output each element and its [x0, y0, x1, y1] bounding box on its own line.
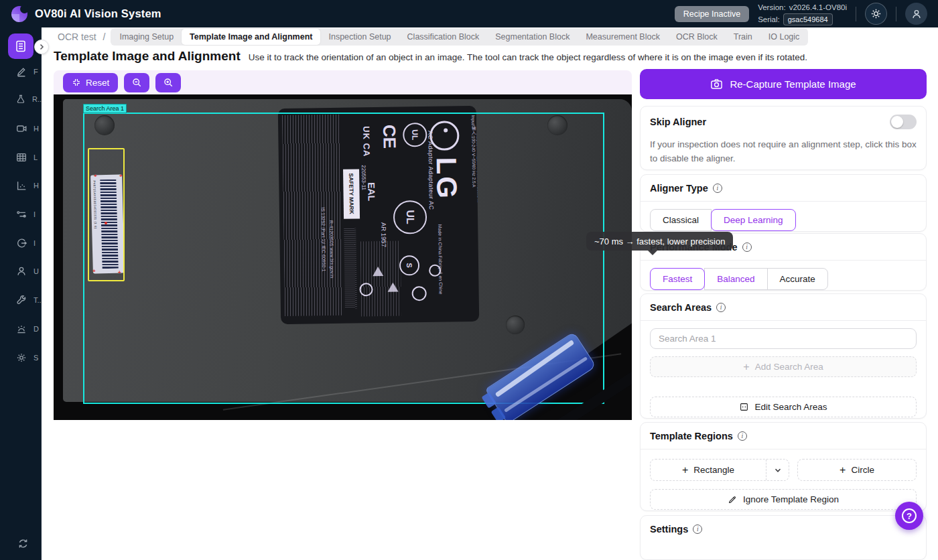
sidebar-item-active[interactable] — [8, 33, 34, 59]
search-area-tag: Search Area 1 — [83, 104, 127, 113]
tab-imaging-setup[interactable]: Imaging Setup — [111, 29, 182, 45]
ignore-template-region-button[interactable]: Ignore Template Region — [650, 489, 917, 510]
version-label: Version: — [758, 2, 786, 13]
sidebar-item-label: R.. — [32, 95, 42, 103]
sidebar-item-label: U — [34, 267, 39, 275]
aligner-classical-button[interactable]: Classical — [650, 209, 712, 231]
sidebar-item[interactable]: R.. — [0, 92, 42, 106]
sidebar-item[interactable]: I — [0, 236, 42, 250]
template-regions-card: Template Regions i + Rectangle + Circle — [640, 422, 927, 511]
chevron-right-icon — [38, 44, 45, 50]
sidebar-item[interactable]: H — [0, 122, 42, 135]
top-bar: OV80i AI Vision System Recipe Inactive V… — [0, 0, 938, 27]
sidebar-item[interactable]: S — [0, 351, 42, 364]
tab-strip: Imaging Setup Template Image and Alignme… — [111, 28, 808, 46]
gear-icon — [15, 352, 27, 364]
zoom-in-icon — [163, 77, 174, 88]
info-icon[interactable]: i — [713, 184, 722, 193]
serial-value: gsac549684 — [783, 13, 833, 26]
viewer-toolbar: Reset — [54, 70, 632, 94]
fit-view-icon — [72, 78, 81, 87]
skip-aligner-label: Skip Aligner — [650, 117, 706, 127]
sidebar-item[interactable]: F — [0, 65, 42, 78]
tab-io-logic[interactable]: IO Logic — [760, 29, 808, 45]
search-area-rectangle[interactable] — [83, 113, 604, 404]
aligner-deep-learning-button[interactable]: Deep Learning — [711, 209, 796, 231]
add-rectangle-region-group: + Rectangle — [650, 459, 789, 481]
sidebar-item[interactable]: H — [0, 179, 42, 192]
info-icon[interactable]: i — [738, 431, 747, 441]
zoom-out-button[interactable] — [124, 73, 149, 92]
question-icon: ? — [902, 508, 917, 523]
tab-inspection-setup[interactable]: Inspection Setup — [320, 29, 399, 45]
search-area-item[interactable]: Search Area 1 — [650, 328, 917, 349]
sidebar-item[interactable]: L — [0, 151, 42, 164]
grid-icon — [15, 151, 27, 163]
edit-search-areas-button[interactable]: Edit Search Areas — [650, 397, 917, 417]
performance-mode-segmented: Fastest Balanced Accurate — [650, 268, 917, 290]
performance-balanced-button[interactable]: Balanced — [704, 268, 767, 290]
add-circle-region-button[interactable]: + Circle — [797, 459, 917, 481]
sidebar-item[interactable]: U — [0, 265, 42, 278]
sidebar-item[interactable]: I — [0, 208, 42, 221]
divider — [641, 449, 926, 449]
plus-icon: + — [682, 464, 688, 476]
sidebar-nav: F R.. H L H I I U T.. — [0, 27, 42, 560]
divider — [856, 7, 856, 21]
sidebar-item-label: D — [34, 325, 39, 333]
tab-segmentation-block[interactable]: Segmentation Block — [487, 29, 578, 45]
tab-train[interactable]: Train — [726, 29, 760, 45]
circle-label: Circle — [851, 465, 874, 475]
template-regions-label: Template Regions — [650, 431, 733, 441]
edit-areas-icon — [739, 402, 749, 412]
aligner-type-card: Aligner Type i Classical Deep Learning — [640, 174, 927, 232]
skip-aligner-toggle[interactable] — [890, 115, 917, 129]
performance-fastest-button[interactable]: Fastest — [650, 268, 705, 290]
version-block: Version:v2026.4.1-OV80i Serial:gsac54968… — [758, 2, 847, 26]
ignore-template-region-label: Ignore Template Region — [743, 494, 839, 504]
app-title: OV80i AI Vision System — [35, 7, 161, 20]
skip-aligner-description: If your inspection does not require an a… — [650, 138, 917, 166]
toggle-knob — [891, 116, 903, 128]
serial-label: Serial: — [758, 14, 780, 25]
help-button[interactable]: ? — [895, 502, 923, 530]
theme-toggle-button[interactable] — [865, 3, 887, 25]
skip-aligner-card: Skip Aligner If your inspection does not… — [640, 106, 927, 170]
tab-ocr-block[interactable]: OCR Block — [668, 29, 726, 45]
sidebar-expand-button[interactable] — [34, 40, 49, 54]
zoom-out-icon — [131, 77, 142, 88]
user-menu-button[interactable] — [905, 3, 927, 25]
wrench-icon — [15, 294, 27, 306]
sidebar-item-label: H — [34, 125, 39, 133]
refresh-button[interactable] — [17, 537, 29, 550]
divider — [896, 7, 896, 21]
reset-view-button[interactable]: Reset — [63, 73, 118, 92]
list-icon — [14, 40, 27, 53]
tooltip-text: ~70 ms → fastest, lower precision — [594, 236, 725, 247]
rectangle-dropdown-button[interactable] — [766, 460, 789, 480]
sidebar-item[interactable]: T.. — [0, 293, 42, 307]
template-image-canvas[interactable]: LG AC Adaptor Adaptateur AC Input/输入:100… — [54, 94, 632, 420]
info-icon[interactable]: i — [693, 524, 702, 534]
zoom-in-button[interactable] — [155, 73, 181, 92]
info-icon[interactable]: i — [716, 303, 726, 312]
settings-card: Settings i — [640, 515, 927, 560]
recipe-status-badge[interactable]: Recipe Inactive — [675, 6, 749, 22]
add-search-area-button[interactable]: + Add Search Area — [650, 356, 917, 377]
sidebar-item[interactable]: D — [0, 322, 42, 336]
info-icon[interactable]: i — [742, 242, 752, 252]
edit-search-areas-label: Edit Search Areas — [754, 402, 827, 412]
camera-icon — [15, 123, 27, 135]
breadcrumb[interactable]: OCR test — [58, 31, 96, 42]
recapture-template-image-button[interactable]: Re-Capture Template Image — [640, 69, 927, 99]
tab-classification-block[interactable]: Classification Block — [399, 29, 488, 45]
tab-template-image-and-alignment[interactable]: Template Image and Alignment — [182, 29, 320, 45]
sidebar-item-label: H — [34, 182, 39, 190]
version-value: v2026.4.1-OV80i — [789, 2, 847, 13]
user-icon — [15, 265, 27, 277]
performance-accurate-button[interactable]: Accurate — [767, 268, 828, 290]
add-rectangle-region-button[interactable]: + Rectangle — [651, 460, 766, 480]
tab-measurement-block[interactable]: Measurement Block — [578, 29, 667, 45]
recapture-label: Re-Capture Template Image — [730, 78, 856, 90]
add-search-area-label: Add Search Area — [755, 362, 823, 372]
